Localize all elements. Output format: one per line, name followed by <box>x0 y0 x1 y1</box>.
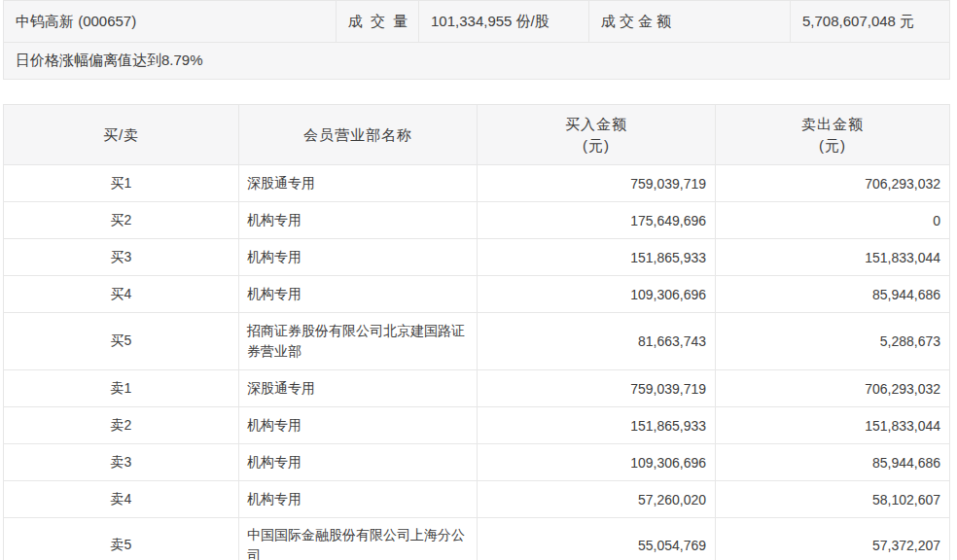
table-row: 买5 招商证券股份有限公司北京建国路证券营业部 81,663,743 5,288… <box>4 313 950 370</box>
sell-amount-cell: 5,288,673 <box>716 313 950 370</box>
column-header-sell: 卖出金额 (元) <box>716 105 950 165</box>
sell-amount-cell: 0 <box>716 202 950 239</box>
branch-cell: 机构专用 <box>239 481 478 518</box>
table-row: 买1 深股通专用 759,039,719 706,293,032 <box>4 165 950 202</box>
buy-amount-cell: 57,260,020 <box>478 481 716 518</box>
branch-cell: 机构专用 <box>239 239 478 276</box>
branch-cell: 招商证券股份有限公司北京建国路证券营业部 <box>239 313 478 370</box>
stock-name: 中钨高新 (000657) <box>4 1 337 42</box>
side-cell: 买4 <box>4 276 239 313</box>
branch-cell: 机构专用 <box>239 276 478 313</box>
sell-amount-cell: 706,293,032 <box>716 370 950 407</box>
branch-cell: 机构专用 <box>239 202 478 239</box>
sell-amount-cell: 151,833,044 <box>716 239 950 276</box>
sell-amount-cell: 151,833,044 <box>716 407 950 444</box>
side-cell: 卖5 <box>4 518 239 560</box>
sell-amount-cell: 57,372,207 <box>716 518 950 560</box>
stock-trade-detail-page: 中钨高新 (000657) 成交量 101,334,955 份/股 成交金额 5… <box>0 0 957 560</box>
summary-panel: 中钨高新 (000657) 成交量 101,334,955 份/股 成交金额 5… <box>3 0 950 80</box>
sell-header-line1: 卖出金额 <box>716 114 949 135</box>
table-header-row: 买/卖 会员营业部名称 买入金额 (元) 卖出金额 (元) <box>4 105 950 165</box>
buy-amount-cell: 55,054,769 <box>478 518 716 560</box>
column-header-side: 买/卖 <box>4 105 239 165</box>
buy-amount-cell: 151,865,933 <box>478 407 716 444</box>
table-row: 卖2 机构专用 151,865,933 151,833,044 <box>4 407 950 444</box>
table-row: 卖3 机构专用 109,306,696 85,944,686 <box>4 444 950 481</box>
buy-amount-cell: 759,039,719 <box>478 370 716 407</box>
spacer <box>0 80 957 104</box>
branch-cell: 深股通专用 <box>239 370 478 407</box>
sell-amount-cell: 58,102,607 <box>716 481 950 518</box>
table-row: 卖4 机构专用 57,260,020 58,102,607 <box>4 481 950 518</box>
table-row: 买3 机构专用 151,865,933 151,833,044 <box>4 239 950 276</box>
volume-label: 成交量 <box>337 1 419 42</box>
buy-amount-cell: 109,306,696 <box>478 444 716 481</box>
buy-amount-cell: 81,663,743 <box>478 313 716 370</box>
branch-cell: 中国国际金融股份有限公司上海分公司 <box>239 518 478 560</box>
buy-amount-cell: 151,865,933 <box>478 239 716 276</box>
summary-row: 中钨高新 (000657) 成交量 101,334,955 份/股 成交金额 5… <box>4 1 949 43</box>
side-cell: 卖3 <box>4 444 239 481</box>
side-cell: 买1 <box>4 165 239 202</box>
sell-amount-cell: 706,293,032 <box>716 165 950 202</box>
buy-header-line1: 买入金额 <box>478 114 715 135</box>
sell-header-line2: (元) <box>716 135 949 157</box>
column-header-buy: 买入金额 (元) <box>478 105 716 165</box>
side-cell: 买5 <box>4 313 239 370</box>
side-cell: 买3 <box>4 239 239 276</box>
side-cell: 卖1 <box>4 370 239 407</box>
table-row: 卖5 中国国际金融股份有限公司上海分公司 55,054,769 57,372,2… <box>4 518 950 560</box>
side-cell: 卖2 <box>4 407 239 444</box>
broker-seats-table: 买/卖 会员营业部名称 买入金额 (元) 卖出金额 (元) 买1 深股通专用 7… <box>3 104 950 560</box>
turnover-label: 成交金额 <box>589 1 791 42</box>
sell-amount-cell: 85,944,686 <box>716 276 950 313</box>
branch-cell: 深股通专用 <box>239 165 478 202</box>
buy-amount-cell: 759,039,719 <box>478 165 716 202</box>
buy-amount-cell: 175,649,696 <box>478 202 716 239</box>
table-row: 买4 机构专用 109,306,696 85,944,686 <box>4 276 950 313</box>
buy-header-line2: (元) <box>478 135 715 157</box>
column-header-branch: 会员营业部名称 <box>239 105 478 165</box>
turnover-value: 5,708,607,048 元 <box>791 1 949 42</box>
side-cell: 卖4 <box>4 481 239 518</box>
sell-amount-cell: 85,944,686 <box>716 444 950 481</box>
branch-cell: 机构专用 <box>239 407 478 444</box>
branch-cell: 机构专用 <box>239 444 478 481</box>
deviation-notice: 日价格涨幅偏离值达到8.79% <box>4 43 949 79</box>
volume-value: 101,334,955 份/股 <box>419 1 589 42</box>
buy-amount-cell: 109,306,696 <box>478 276 716 313</box>
table-row: 卖1 深股通专用 759,039,719 706,293,032 <box>4 370 950 407</box>
side-cell: 买2 <box>4 202 239 239</box>
table-row: 买2 机构专用 175,649,696 0 <box>4 202 950 239</box>
